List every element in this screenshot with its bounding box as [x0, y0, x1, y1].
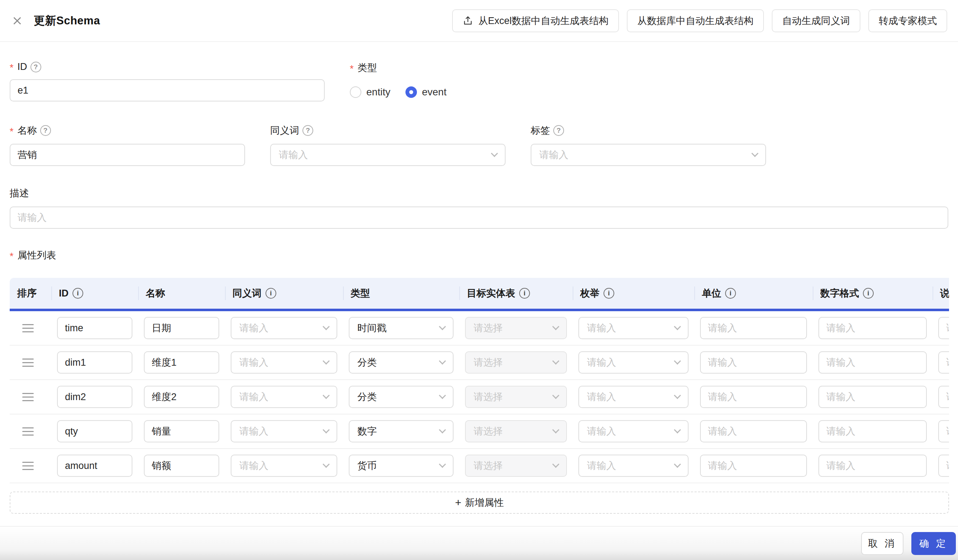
attr-enum-select[interactable]: 请输入	[578, 317, 688, 339]
description-input[interactable]	[10, 207, 948, 229]
generate-from-database-button[interactable]: 从数据库中自动生成表结构	[627, 9, 764, 32]
chevron-down-icon	[552, 392, 559, 399]
modal-header: 更新Schema 从Excel数据中自动生成表结构 从数据库中自动生成表结构 自…	[0, 0, 958, 42]
attr-description-input[interactable]	[938, 317, 949, 339]
column-header-unit: 单位i	[694, 278, 813, 308]
column-header-target-entity-table: 目标实体表i	[459, 278, 573, 308]
chevron-down-icon	[552, 358, 559, 365]
attr-synonym-select[interactable]: 请输入	[231, 351, 337, 373]
attr-name-input[interactable]	[144, 351, 219, 373]
type-field-label: * 类型	[350, 61, 446, 74]
attr-synonym-select[interactable]: 请输入	[231, 455, 337, 477]
header-actions: 从Excel数据中自动生成表结构 从数据库中自动生成表结构 自动生成同义词 转成…	[452, 9, 947, 32]
chevron-down-icon	[552, 461, 559, 468]
required-asterisk: *	[10, 62, 14, 73]
drag-handle-icon[interactable]	[22, 427, 34, 436]
attr-unit-input[interactable]	[700, 420, 807, 442]
info-icon[interactable]: i	[604, 288, 614, 299]
help-icon[interactable]: ?	[40, 125, 51, 136]
attr-id-input[interactable]	[57, 351, 132, 373]
attr-synonym-select[interactable]: 请输入	[231, 386, 337, 408]
attr-description-input[interactable]	[938, 351, 949, 373]
id-input[interactable]	[10, 79, 325, 101]
attr-number-format-input[interactable]	[818, 317, 927, 339]
auto-generate-synonyms-button[interactable]: 自动生成同义词	[772, 9, 860, 32]
drag-handle-icon[interactable]	[22, 359, 34, 367]
attr-id-input[interactable]	[57, 455, 132, 477]
tag-select[interactable]: 请输入	[531, 144, 766, 166]
chevron-down-icon	[674, 323, 681, 330]
generate-from-excel-label: 从Excel数据中自动生成表结构	[478, 14, 609, 27]
help-icon[interactable]: ?	[30, 62, 41, 73]
drag-handle-icon[interactable]	[22, 324, 34, 332]
name-input[interactable]	[10, 144, 245, 166]
synonym-select[interactable]: 请输入	[270, 144, 506, 166]
help-icon[interactable]: ?	[303, 125, 313, 136]
modal-title: 更新Schema	[34, 13, 100, 28]
attr-synonym-select[interactable]: 请输入	[231, 317, 337, 339]
info-icon[interactable]: i	[725, 288, 736, 299]
info-icon[interactable]: i	[265, 288, 276, 299]
radio-entity[interactable]: entity	[350, 86, 390, 98]
attr-type-select[interactable]: 分类	[349, 351, 454, 373]
attr-id-input[interactable]	[57, 386, 132, 408]
switch-to-expert-mode-button[interactable]: 转成专家模式	[868, 9, 947, 32]
chevron-down-icon	[322, 358, 330, 365]
attr-number-format-input[interactable]	[818, 351, 927, 373]
attr-target-table-select: 请选择	[465, 317, 567, 339]
attr-type-select[interactable]: 货币	[349, 455, 454, 477]
chevron-down-icon	[674, 426, 681, 433]
plus-icon: +	[455, 497, 462, 509]
attr-type-select[interactable]: 数字	[349, 420, 454, 442]
attr-number-format-input[interactable]	[818, 386, 927, 408]
attr-unit-input[interactable]	[700, 386, 807, 408]
radio-event-icon[interactable]	[406, 86, 417, 98]
synonym-label-text: 同义词	[270, 124, 299, 137]
type-radio-group: entity event	[350, 81, 446, 103]
info-icon[interactable]: i	[863, 288, 874, 299]
info-icon[interactable]: i	[519, 288, 530, 299]
add-attribute-button[interactable]: + 新增属性	[10, 492, 949, 514]
attr-name-input[interactable]	[144, 420, 219, 442]
generate-from-excel-button[interactable]: 从Excel数据中自动生成表结构	[452, 9, 619, 32]
tag-label-text: 标签	[531, 124, 550, 137]
required-asterisk: *	[10, 126, 14, 137]
chevron-down-icon	[439, 426, 446, 433]
attr-description-input[interactable]	[938, 455, 949, 477]
close-icon[interactable]	[11, 14, 24, 27]
confirm-button[interactable]: 确 定	[911, 532, 956, 555]
name-field-label: * 名称 ?	[10, 124, 245, 137]
chevron-down-icon	[322, 392, 330, 399]
drag-handle-icon[interactable]	[22, 462, 34, 470]
attr-description-input[interactable]	[938, 420, 949, 442]
radio-entity-icon[interactable]	[350, 86, 361, 98]
upload-icon	[463, 16, 473, 26]
attr-id-input[interactable]	[57, 420, 132, 442]
radio-event-label: event	[422, 86, 447, 98]
attr-description-input[interactable]	[938, 386, 949, 408]
attr-id-input[interactable]	[57, 317, 132, 339]
attr-number-format-input[interactable]	[818, 420, 927, 442]
attr-enum-select[interactable]: 请输入	[578, 420, 688, 442]
attr-number-format-input[interactable]	[818, 455, 927, 477]
help-icon[interactable]: ?	[553, 125, 564, 136]
table-row: 请输入 分类 请选择 请输入	[10, 346, 949, 380]
attr-name-input[interactable]	[144, 317, 219, 339]
attr-name-input[interactable]	[144, 455, 219, 477]
attr-enum-select[interactable]: 请输入	[578, 386, 688, 408]
drag-handle-icon[interactable]	[22, 393, 34, 401]
attr-enum-select[interactable]: 请输入	[578, 351, 688, 373]
attr-name-input[interactable]	[144, 386, 219, 408]
column-header-name: 名称	[138, 278, 225, 308]
attr-unit-input[interactable]	[700, 351, 807, 373]
radio-event[interactable]: event	[406, 86, 447, 98]
attr-unit-input[interactable]	[700, 455, 807, 477]
attr-type-select[interactable]: 时间戳	[349, 317, 454, 339]
cancel-button[interactable]: 取 消	[861, 532, 904, 555]
required-asterisk: *	[10, 251, 14, 262]
attr-type-select[interactable]: 分类	[349, 386, 454, 408]
attr-synonym-select[interactable]: 请输入	[231, 420, 337, 442]
info-icon[interactable]: i	[73, 288, 83, 299]
attr-enum-select[interactable]: 请输入	[578, 455, 688, 477]
attr-unit-input[interactable]	[700, 317, 807, 339]
